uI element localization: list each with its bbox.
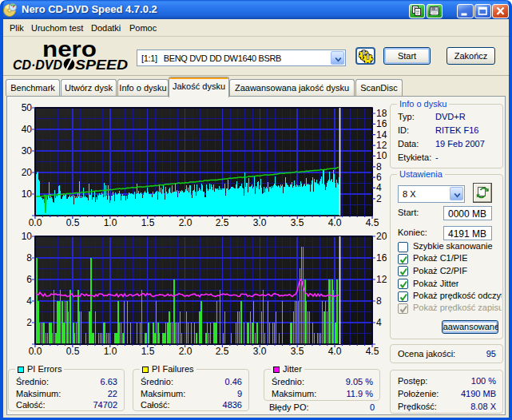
svg-text:2.5: 2.5 [216, 217, 229, 228]
svg-text:8: 8 [26, 252, 32, 263]
svg-text:6: 6 [26, 274, 32, 285]
svg-text:12: 12 [376, 274, 387, 285]
svg-text:4.5: 4.5 [366, 346, 379, 357]
svg-text:0.0: 0.0 [29, 346, 42, 357]
svg-text:2: 2 [26, 317, 32, 328]
svg-text:16: 16 [376, 118, 387, 129]
svg-text:1.5: 1.5 [141, 217, 155, 228]
svg-text:4: 4 [376, 317, 382, 328]
svg-text:2.0: 2.0 [179, 346, 192, 357]
svg-text:4: 4 [26, 295, 32, 307]
svg-text:4.0: 4.0 [328, 217, 342, 228]
svg-text:40: 40 [22, 124, 33, 135]
svg-text:8: 8 [376, 295, 382, 307]
svg-text:16: 16 [376, 252, 387, 263]
svg-text:4.5: 4.5 [366, 217, 379, 228]
svg-text:10: 10 [22, 231, 33, 242]
svg-text:10: 10 [22, 188, 33, 200]
svg-text:1.0: 1.0 [104, 346, 117, 357]
svg-text:1.0: 1.0 [104, 217, 117, 228]
svg-text:30: 30 [22, 145, 33, 157]
svg-text:18: 18 [376, 108, 387, 119]
svg-text:2.5: 2.5 [216, 346, 229, 357]
svg-text:4: 4 [376, 182, 382, 193]
svg-text:50: 50 [22, 102, 33, 113]
svg-text:6: 6 [376, 172, 382, 183]
svg-text:3.0: 3.0 [253, 217, 267, 228]
svg-text:0.0: 0.0 [29, 217, 42, 228]
svg-text:3.0: 3.0 [253, 346, 267, 357]
svg-text:4.0: 4.0 [328, 346, 342, 357]
svg-text:0.5: 0.5 [66, 217, 80, 228]
svg-text:20: 20 [376, 231, 387, 242]
svg-text:2.0: 2.0 [179, 217, 192, 228]
svg-text:1.5: 1.5 [141, 346, 155, 357]
svg-text:0.5: 0.5 [66, 346, 80, 357]
svg-text:12: 12 [376, 140, 387, 151]
svg-text:3.5: 3.5 [291, 217, 304, 228]
svg-text:20: 20 [22, 167, 33, 178]
svg-text:8: 8 [376, 161, 382, 172]
svg-text:2: 2 [376, 193, 382, 204]
svg-text:10: 10 [376, 150, 387, 161]
svg-text:14: 14 [376, 129, 387, 141]
svg-text:3.5: 3.5 [291, 346, 304, 357]
